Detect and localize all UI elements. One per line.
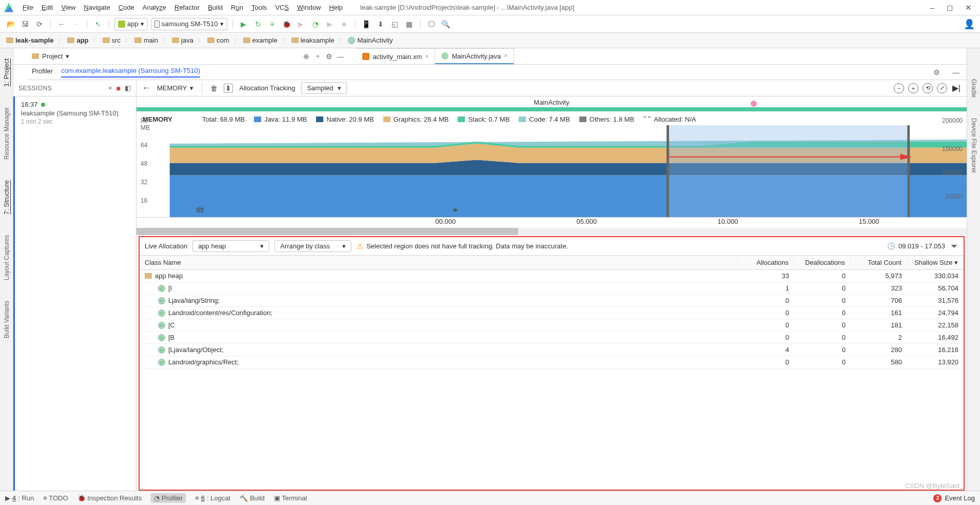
search-icon[interactable]: 🔍 <box>440 18 452 30</box>
debug-icon[interactable]: 🐞 <box>281 18 292 30</box>
layout-inspector-icon[interactable]: ▦ <box>404 18 415 30</box>
menu-refactor[interactable]: Refactor <box>171 3 203 12</box>
gutter-layout-captures[interactable]: Layout Captures <box>3 235 10 280</box>
tracking-mode-combo[interactable]: Sampled ▾ <box>301 82 346 94</box>
zoom-in-icon[interactable]: + <box>908 83 918 93</box>
status-logcat[interactable]: ≡ 6: Logcat <box>195 494 230 502</box>
memory-chart[interactable]: 80 MB 64 48 32 16 200000 150000 100000 5… <box>136 125 967 218</box>
menu-file[interactable]: File <box>19 3 36 12</box>
monitor-icon[interactable]: 🖵 <box>426 18 437 30</box>
filter-icon[interactable]: ⏷ <box>950 242 958 251</box>
sync-icon[interactable]: ⟳ <box>34 18 45 30</box>
avd-manager-icon[interactable]: 📱 <box>361 18 372 30</box>
crumb-main[interactable]: main <box>132 35 160 45</box>
crumb-src[interactable]: src <box>101 35 123 45</box>
apply-changes-icon[interactable]: ↻ <box>252 18 264 30</box>
event-log-label[interactable]: Event Log <box>945 494 975 502</box>
col-total-count[interactable]: Total Count <box>851 256 907 269</box>
toggle-layout-icon[interactable]: ◧ <box>125 84 131 92</box>
session-list[interactable]: 16:37 leaksample (Samsung SM-T510) 1 min… <box>13 96 136 491</box>
profiler-session-tab[interactable]: com.example.leaksample (Samsung SM-T510) <box>61 67 200 77</box>
menu-analyze[interactable]: Analyze <box>140 3 169 12</box>
run-config-combo[interactable]: app ▾ <box>114 18 148 30</box>
gutter-build-variants[interactable]: Build Variants <box>3 301 10 338</box>
table-row[interactable]: app heap3305,973330,034 <box>140 270 964 282</box>
sdk-manager-icon[interactable]: ⬇ <box>375 18 386 30</box>
arrange-combo[interactable]: Arrange by class▾ <box>275 240 351 252</box>
back-icon[interactable]: ← <box>142 83 151 93</box>
menu-view[interactable]: View <box>58 3 79 12</box>
timeline-scrollbar[interactable] <box>136 228 967 235</box>
menu-edit[interactable]: Edit <box>38 3 56 12</box>
status-profiler[interactable]: ◔ Profiler <box>151 493 186 503</box>
forward-icon[interactable]: → <box>70 18 82 30</box>
coverage-icon[interactable]: ▶ <box>296 18 307 30</box>
table-row[interactable]: c[B00216,492 <box>140 332 964 344</box>
live-icon[interactable]: ▶| <box>951 83 962 93</box>
status-run[interactable]: ▶ 4: Run <box>5 494 34 502</box>
status-terminal[interactable]: ▣ Terminal <box>274 494 307 502</box>
gutter-resource-manager[interactable]: Resource Manager <box>3 107 10 160</box>
open-icon[interactable]: 📂 <box>5 18 16 30</box>
crumb-com[interactable]: com <box>205 35 231 45</box>
attach-debugger-icon[interactable]: ▶ <box>324 18 336 30</box>
user-icon[interactable]: 👤 <box>964 18 975 30</box>
heap-combo[interactable]: app heap▾ <box>192 240 269 252</box>
profiler-tab[interactable]: Profiler <box>32 67 53 77</box>
scrollbar-thumb[interactable] <box>136 228 518 235</box>
close-icon[interactable]: ✕ <box>965 3 972 12</box>
menu-tools[interactable]: Tools <box>248 3 270 12</box>
status-todo[interactable]: ≡ TODO <box>43 494 68 502</box>
project-view-combo[interactable]: Project ▾ <box>27 52 74 60</box>
zoom-out-icon[interactable]: − <box>894 83 904 93</box>
minimize-icon[interactable]: – <box>930 3 934 12</box>
col-class-name[interactable]: Class Name <box>140 256 738 269</box>
crumb-java[interactable]: java <box>170 35 195 45</box>
stop-session-icon[interactable]: ■ <box>116 84 121 92</box>
back-icon[interactable]: ← <box>56 18 67 30</box>
hide-icon[interactable]: — <box>335 51 346 62</box>
heap-dump-icon[interactable]: ⬇ <box>224 84 233 93</box>
table-row[interactable]: c[I1032356,704 <box>140 282 964 295</box>
menu-code[interactable]: Code <box>115 3 138 12</box>
profile-icon[interactable]: ◔ <box>310 18 321 30</box>
memory-combo[interactable]: MEMORY ▾ <box>157 84 193 92</box>
gutter-device-file-explorer[interactable]: Device File Explorer <box>970 118 977 173</box>
menu-vcs[interactable]: VCS <box>272 3 292 12</box>
gutter-structure[interactable]: 7: Structure <box>3 180 10 215</box>
col-allocations[interactable]: Allocations <box>738 256 794 269</box>
table-row[interactable]: cLandroid/content/res/Configuration;0016… <box>140 307 964 319</box>
add-session-icon[interactable]: + <box>108 84 112 92</box>
tab-activity-main-xml[interactable]: activity_main.xm × <box>356 48 435 64</box>
gc-icon[interactable]: 🗑 <box>210 84 218 92</box>
status-inspection[interactable]: 🐞 Inspection Results <box>77 494 142 502</box>
table-row[interactable]: c[Ljava/lang/Object;4028016,216 <box>140 344 964 356</box>
run-icon[interactable]: ▶ <box>238 18 249 30</box>
gear-icon[interactable]: ⚙ <box>931 67 942 78</box>
gear-icon[interactable]: ⚙ <box>323 51 335 62</box>
menu-build[interactable]: Build <box>205 3 226 12</box>
hide-icon[interactable]: — <box>950 67 962 78</box>
tab-mainactivity-java[interactable]: MainActivity.java × <box>435 48 514 64</box>
col-shallow-size[interactable]: Shallow Size ▾ <box>907 256 964 269</box>
crumb-example[interactable]: example <box>241 35 280 45</box>
crumb-leaksample[interactable]: leaksample <box>289 35 337 45</box>
menu-navigate[interactable]: Navigate <box>81 3 113 12</box>
crumb-project[interactable]: leak-sample <box>4 35 55 45</box>
table-row[interactable]: cLandroid/graphics/Rect;0058013,920 <box>140 356 964 368</box>
table-row[interactable]: c[C0018122,158 <box>140 319 964 332</box>
collapse-icon[interactable]: ÷ <box>312 51 323 62</box>
device-combo[interactable]: samsung SM-T510 ▾ <box>151 18 227 30</box>
resource-manager-icon[interactable]: ◱ <box>389 18 401 30</box>
crumb-mainactivity[interactable]: MainActivity <box>346 35 395 45</box>
menu-help[interactable]: Help <box>326 3 346 12</box>
stop-icon[interactable]: ■ <box>339 18 350 30</box>
table-row[interactable]: cLjava/lang/String;0070631,576 <box>140 295 964 307</box>
maximize-icon[interactable]: ◻ <box>947 3 953 12</box>
scroll-target-icon[interactable]: ⊕ <box>301 51 312 62</box>
apply-code-icon[interactable]: ≡ <box>267 18 278 30</box>
col-deallocations[interactable]: Deallocations <box>794 256 851 269</box>
save-icon[interactable]: 🖫 <box>19 18 31 30</box>
zoom-reset-icon[interactable]: ⟲ <box>923 83 933 93</box>
status-build[interactable]: 🔨 Build <box>240 494 265 502</box>
